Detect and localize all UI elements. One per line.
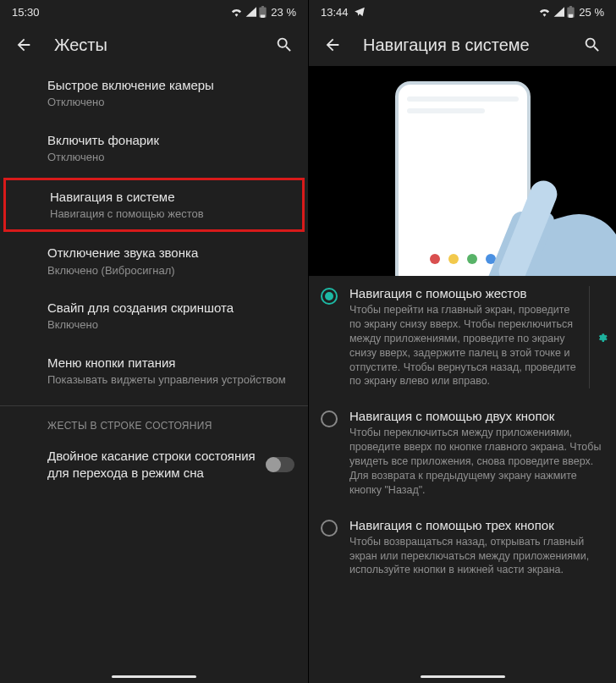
option-desc: Чтобы возвращаться назад, открывать глав… — [349, 535, 608, 578]
option-two-button-nav[interactable]: Навигация с помощью двух кнопок Чтобы пе… — [309, 399, 616, 507]
status-icons — [230, 6, 267, 18]
divider — [0, 405, 308, 406]
page-title: Навигация в системе — [363, 36, 562, 55]
switch-off[interactable] — [266, 457, 294, 472]
battery-icon — [567, 6, 575, 18]
wifi-icon — [230, 7, 243, 17]
option-title: Навигация с помощью жестов — [349, 286, 577, 300]
dot-icon — [448, 254, 459, 264]
item-swipe-screenshot[interactable]: Свайп для создания скриншота Включено — [0, 289, 308, 344]
back-icon[interactable] — [14, 35, 34, 55]
navigation-options: Навигация с помощью жестов Чтобы перейти… — [309, 276, 616, 683]
item-subtitle: Показывать виджеты управления устройство… — [47, 372, 294, 388]
hand-icon — [465, 157, 592, 276]
item-subtitle: Навигация с помощью жестов — [50, 207, 292, 222]
nav-indicator — [421, 675, 505, 678]
item-subtitle: Отключено — [47, 95, 294, 110]
dot-icon — [430, 254, 440, 264]
item-subtitle: Включено (Вибросигнал) — [47, 263, 294, 278]
item-title: Включить фонарик — [47, 132, 294, 149]
option-title: Навигация с помощью двух кнопок — [349, 409, 608, 423]
search-icon[interactable] — [582, 35, 602, 55]
radio-icon[interactable] — [321, 520, 338, 537]
item-mute-ring[interactable]: Отключение звука звонка Включено (Виброс… — [0, 234, 308, 289]
telegram-icon — [354, 6, 366, 18]
status-time: 15:30 — [12, 6, 40, 19]
item-title: Навигация в системе — [50, 189, 292, 206]
item-subtitle: Включено — [47, 317, 294, 333]
item-title: Быстрое включение камеры — [47, 77, 294, 94]
settings-list: Быстрое включение камеры Отключено Включ… — [0, 66, 308, 683]
section-header-statusbar-gestures: ЖЕСТЫ В СТРОКЕ СОСТОЯНИЯ — [0, 411, 308, 437]
item-flashlight[interactable]: Включить фонарик Отключено — [0, 121, 308, 176]
item-power-menu[interactable]: Меню кнопки питания Показывать виджеты у… — [0, 344, 308, 399]
option-desc: Чтобы переключиться между приложениями, … — [349, 426, 608, 497]
back-icon[interactable] — [322, 35, 343, 55]
item-title: Отключение звука звонка — [47, 245, 294, 262]
item-camera-quick[interactable]: Быстрое включение камеры Отключено — [0, 66, 308, 121]
item-title: Меню кнопки питания — [47, 355, 294, 372]
screen-gestures: 15:30 23 % Жесты Быстрое включение камер… — [0, 0, 308, 683]
status-battery-pct: 25 % — [579, 6, 604, 19]
nav-indicator — [112, 675, 196, 678]
battery-icon — [259, 6, 267, 18]
wifi-icon — [538, 7, 551, 17]
status-time: 13:44 — [321, 6, 349, 19]
gesture-illustration — [309, 66, 616, 276]
toggle-title: Двойное касание строки состояния для пер… — [47, 448, 256, 482]
item-double-tap-sleep[interactable]: Двойное касание строки состояния для пер… — [0, 437, 308, 493]
option-desc: Чтобы перейти на главный экран, проведит… — [349, 303, 577, 388]
option-gesture-nav[interactable]: Навигация с помощью жестов Чтобы перейти… — [309, 276, 616, 399]
page-title: Жесты — [54, 36, 254, 55]
item-system-navigation[interactable]: Навигация в системе Навигация с помощью … — [3, 178, 305, 233]
option-three-button-nav[interactable]: Навигация с помощью трех кнопок Чтобы во… — [309, 508, 616, 588]
item-title: Свайп для создания скриншота — [47, 300, 294, 317]
status-bar: 15:30 23 % — [0, 0, 308, 24]
screen-system-navigation: 13:44 25 % Навигация в системе — [308, 0, 616, 683]
radio-selected-icon[interactable] — [321, 288, 338, 305]
app-header: Навигация в системе — [309, 24, 616, 66]
gear-icon[interactable] — [589, 286, 608, 388]
signal-icon — [553, 7, 564, 17]
radio-icon[interactable] — [321, 410, 338, 427]
status-bar: 13:44 25 % — [309, 0, 616, 24]
item-subtitle: Отключено — [47, 150, 294, 165]
status-icons — [538, 6, 575, 18]
signal-icon — [245, 7, 256, 17]
option-title: Навигация с помощью трех кнопок — [349, 518, 608, 532]
search-icon[interactable] — [274, 35, 294, 55]
app-header: Жесты — [0, 24, 308, 66]
status-battery-pct: 23 % — [271, 6, 296, 19]
